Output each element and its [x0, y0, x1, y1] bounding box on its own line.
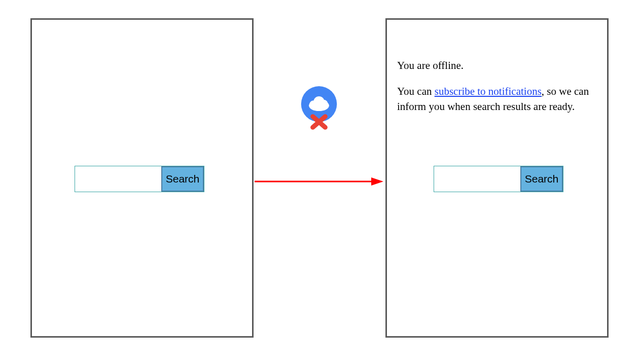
search-group-right: Search — [434, 166, 563, 192]
panel-after: You are offline. You can subscribe to no… — [385, 18, 609, 338]
offline-line2-before: You can — [397, 85, 435, 97]
svg-marker-1 — [371, 177, 383, 186]
arrow-icon — [255, 176, 383, 187]
offline-line1: You are offline. — [397, 58, 597, 73]
offline-cloud-icon — [296, 86, 342, 133]
offline-message: You are offline. You can subscribe to no… — [397, 58, 597, 125]
offline-line2: You can subscribe to notifications, so w… — [397, 84, 597, 114]
search-input[interactable] — [434, 166, 520, 192]
search-button[interactable]: Search — [161, 166, 204, 192]
panel-before: Search — [30, 18, 254, 338]
subscribe-link[interactable]: subscribe to notifications — [435, 85, 542, 97]
search-group-left: Search — [75, 166, 204, 192]
search-button[interactable]: Search — [520, 166, 563, 192]
svg-point-6 — [320, 100, 328, 108]
search-input[interactable] — [75, 166, 161, 192]
